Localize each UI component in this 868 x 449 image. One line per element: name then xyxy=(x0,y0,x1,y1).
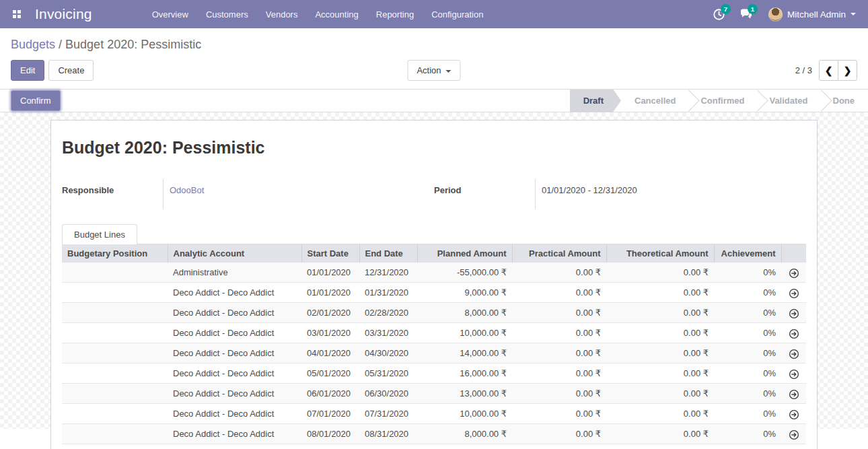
pager-value: 2 / 3 xyxy=(795,65,812,75)
menu-item-configuration[interactable]: Configuration xyxy=(423,0,492,28)
cell-open-record[interactable] xyxy=(781,424,806,444)
open-record-icon[interactable] xyxy=(789,429,799,440)
notebook-tabs: Budget Lines xyxy=(62,224,806,244)
col-header-end-date[interactable]: End Date xyxy=(359,244,417,263)
open-record-icon[interactable] xyxy=(789,369,799,380)
cell-end-date: 02/28/2020 xyxy=(359,303,417,323)
cell-open-record[interactable] xyxy=(781,323,806,343)
budget-line-row[interactable]: Deco Addict - Deco Addict05/01/202005/31… xyxy=(62,364,806,384)
cell-end-date: 05/31/2020 xyxy=(359,364,417,384)
cell-end-date: 03/31/2020 xyxy=(359,323,417,343)
col-header-open-record xyxy=(781,244,806,263)
messages-menu[interactable]: 1 xyxy=(735,3,758,26)
open-record-icon[interactable] xyxy=(789,329,799,339)
open-record-icon[interactable] xyxy=(789,389,799,400)
cell-open-record[interactable] xyxy=(781,263,806,283)
cell-theoretical-amount: 0.00 ₹ xyxy=(606,283,714,303)
pager-next-button[interactable]: ❯ xyxy=(838,60,857,81)
user-menu[interactable]: Mitchell Admin xyxy=(762,7,859,22)
col-header-planned-amount[interactable]: Planned Amount xyxy=(417,244,512,263)
cell-start-date: 04/01/2020 xyxy=(301,343,359,364)
cell-analytic-account: Deco Addict - Deco Addict xyxy=(168,404,301,424)
form-sheet: Budget 2020: Pessimistic Responsible Odo… xyxy=(50,120,818,449)
open-record-icon[interactable] xyxy=(789,409,799,420)
cell-open-record[interactable] xyxy=(781,364,806,384)
open-record-icon[interactable] xyxy=(789,288,799,299)
create-button[interactable]: Create xyxy=(48,60,94,81)
tab-budget-lines[interactable]: Budget Lines xyxy=(62,224,137,244)
cell-end-date: 08/31/2020 xyxy=(359,424,417,444)
budget-line-row[interactable]: Deco Addict - Deco Addict06/01/202006/30… xyxy=(62,384,806,404)
cell-start-date: 03/01/2020 xyxy=(301,323,359,343)
field-value-responsible[interactable]: OdooBot xyxy=(163,179,434,209)
cell-planned-amount: 14,000.00 ₹ xyxy=(417,343,512,364)
breadcrumb-separator: / xyxy=(55,38,65,51)
cell-open-record[interactable] xyxy=(781,283,806,303)
budget-line-row[interactable]: Administrative01/01/202012/31/2020-55,00… xyxy=(62,263,806,283)
cell-budgetary-position xyxy=(62,364,168,384)
pager-previous-button[interactable]: ❮ xyxy=(819,60,838,81)
apps-menu-icon[interactable] xyxy=(7,4,27,24)
menu-item-reporting[interactable]: Reporting xyxy=(367,0,423,28)
budget-line-row[interactable]: Deco Addict - Deco Addict01/01/202001/31… xyxy=(62,283,806,303)
cell-planned-amount: 13,000.00 ₹ xyxy=(417,384,512,404)
top-navbar: Invoicing OverviewCustomersVendorsAccoun… xyxy=(0,0,868,28)
control-panel: Budgets / Budget 2020: Pessimistic Edit … xyxy=(0,28,868,89)
cell-theoretical-amount: 0.00 ₹ xyxy=(606,303,714,323)
cell-theoretical-amount: 0.00 ₹ xyxy=(606,384,714,404)
activity-badge: 7 xyxy=(721,4,731,14)
col-header-start-date[interactable]: Start Date xyxy=(301,244,359,263)
col-header-analytic-account[interactable]: Analytic Account xyxy=(168,244,301,263)
action-dropdown-button[interactable]: Action xyxy=(407,60,460,81)
cell-analytic-account: Deco Addict - Deco Addict xyxy=(168,424,301,444)
app-brand[interactable]: Invoicing xyxy=(35,6,92,22)
col-header-achievement[interactable]: Achievement xyxy=(714,244,781,263)
stage-draft[interactable]: Draft xyxy=(570,90,621,112)
cell-budgetary-position xyxy=(62,424,168,444)
cell-practical-amount: 0.00 ₹ xyxy=(512,283,606,303)
activity-menu[interactable]: 7 xyxy=(708,3,731,26)
menu-item-overview[interactable]: Overview xyxy=(143,0,197,28)
chevron-down-icon xyxy=(446,70,451,73)
cell-achievement: 0% xyxy=(714,303,781,323)
col-header-theoretical-amount[interactable]: Theoretical Amount xyxy=(606,244,714,263)
cell-open-record[interactable] xyxy=(781,384,806,404)
open-record-icon[interactable] xyxy=(789,349,799,359)
cell-open-record[interactable] xyxy=(781,404,806,424)
edit-button[interactable]: Edit xyxy=(11,60,44,81)
cell-end-date: 09/30/2020 xyxy=(359,444,417,449)
budget-line-row[interactable]: Deco Addict - Deco Addict07/01/202007/31… xyxy=(62,404,806,424)
breadcrumb-parent[interactable]: Budgets xyxy=(11,38,55,51)
menu-item-customers[interactable]: Customers xyxy=(197,0,257,28)
cell-open-record[interactable] xyxy=(781,343,806,364)
open-record-icon[interactable] xyxy=(789,308,799,319)
cell-practical-amount: 0.00 ₹ xyxy=(512,384,606,404)
cell-practical-amount: 0.00 ₹ xyxy=(512,404,606,424)
col-header-practical-amount[interactable]: Practical Amount xyxy=(512,244,606,263)
cell-open-record[interactable] xyxy=(781,444,806,449)
cell-end-date: 01/31/2020 xyxy=(359,283,417,303)
cell-theoretical-amount: 0.00 ₹ xyxy=(606,364,714,384)
cell-end-date: 12/31/2020 xyxy=(359,263,417,283)
budget-line-row[interactable]: Deco Addict - Deco Addict09/01/202009/30… xyxy=(62,444,806,449)
open-record-icon[interactable] xyxy=(789,268,799,279)
form-view-background: Budget 2020: Pessimistic Responsible Odo… xyxy=(0,112,868,429)
cell-open-record[interactable] xyxy=(781,303,806,323)
cell-start-date: 02/01/2020 xyxy=(301,303,359,323)
cell-analytic-account: Deco Addict - Deco Addict xyxy=(168,384,301,404)
cell-budgetary-position xyxy=(62,263,168,283)
confirm-button[interactable]: Confirm xyxy=(11,90,61,111)
cell-analytic-account: Deco Addict - Deco Addict xyxy=(168,283,301,303)
budget-line-row[interactable]: Deco Addict - Deco Addict03/01/202003/31… xyxy=(62,323,806,343)
menu-item-accounting[interactable]: Accounting xyxy=(306,0,367,28)
field-label-responsible: Responsible xyxy=(62,179,163,195)
budget-line-row[interactable]: Deco Addict - Deco Addict08/01/202008/31… xyxy=(62,424,806,444)
field-value-period: 01/01/2020 - 12/31/2020 xyxy=(535,179,806,209)
budget-line-row[interactable]: Deco Addict - Deco Addict04/01/202004/30… xyxy=(62,343,806,364)
field-group-row: Responsible OdooBot Period 01/01/2020 - … xyxy=(62,179,806,209)
grid-icon xyxy=(13,10,21,18)
budget-line-row[interactable]: Deco Addict - Deco Addict02/01/202002/28… xyxy=(62,303,806,323)
menu-item-vendors[interactable]: Vendors xyxy=(257,0,307,28)
cell-analytic-account: Deco Addict - Deco Addict xyxy=(168,444,301,449)
col-header-budgetary-position[interactable]: Budgetary Position xyxy=(62,244,168,263)
